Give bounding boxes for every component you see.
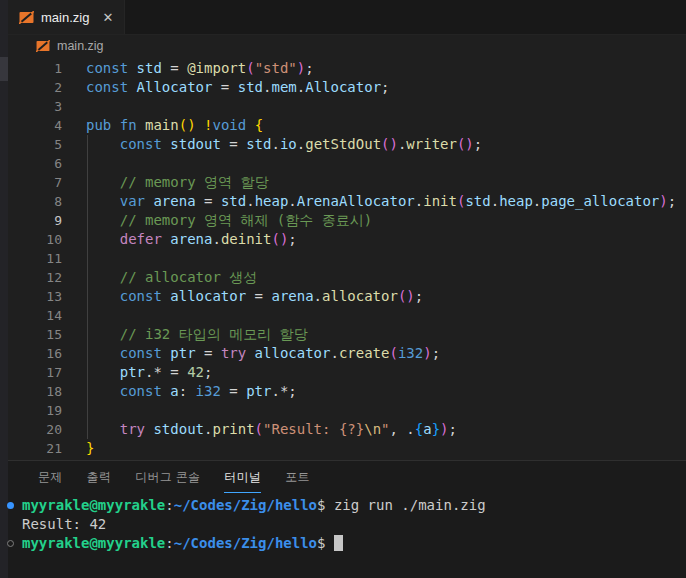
code-line[interactable]: 20 try stdout.print("Result: {?}\n", .{a…	[8, 420, 686, 439]
code-text: defer arena.deinit();	[86, 230, 686, 249]
line-number: 22	[8, 458, 62, 460]
code-line[interactable]: 8 var arena = std.heap.ArenaAllocator.in…	[8, 192, 686, 211]
code-text: // i32 타입의 메모리 할당	[86, 325, 686, 344]
line-number: 20	[8, 420, 62, 439]
zig-file-icon	[19, 11, 34, 24]
code-text: var arena = std.heap.ArenaAllocator.init…	[86, 192, 686, 211]
code-line[interactable]: 3	[8, 97, 686, 116]
line-number: 18	[8, 382, 62, 401]
line-number: 1	[8, 59, 62, 78]
code-text: const ptr = try allocator.create(i32);	[86, 344, 686, 363]
code-text: const allocator = arena.allocator();	[86, 287, 686, 306]
code-line[interactable]: 5 const stdout = std.io.getStdOut().writ…	[8, 135, 686, 154]
breadcrumb-label: main.zig	[57, 39, 104, 53]
code-line[interactable]: 14	[8, 306, 686, 325]
line-number: 12	[8, 268, 62, 287]
line-number: 17	[8, 363, 62, 382]
code-line[interactable]: 16 const ptr = try allocator.create(i32)…	[8, 344, 686, 363]
zig-file-icon	[36, 40, 51, 53]
code-text: const a: i32 = ptr.*;	[86, 382, 686, 401]
tab-main-zig[interactable]: main.zig ✕	[8, 0, 125, 34]
line-number: 3	[8, 97, 62, 116]
code-line[interactable]: 1const std = @import("std");	[8, 59, 686, 78]
panel-tab-terminal[interactable]: 터미널	[224, 461, 261, 493]
prompt-decoration-icon[interactable]	[7, 540, 14, 547]
code-line[interactable]: 7 // memory 영역 할당	[8, 173, 686, 192]
code-line[interactable]: 6	[8, 154, 686, 173]
line-number: 9	[8, 211, 62, 230]
code-line[interactable]: 12 // allocator 생성	[8, 268, 686, 287]
code-text	[86, 458, 686, 460]
code-text: const Allocator = std.mem.Allocator;	[86, 78, 686, 97]
code-line[interactable]: 4pub fn main() !void {	[8, 116, 686, 135]
code-text	[86, 154, 686, 173]
terminal-cursor	[334, 535, 343, 551]
code-line[interactable]: 13 const allocator = arena.allocator();	[8, 287, 686, 306]
code-line[interactable]: 17 ptr.* = 42;	[8, 363, 686, 382]
line-number: 13	[8, 287, 62, 306]
editor-tab-bar: main.zig ✕	[8, 0, 686, 35]
line-number: 10	[8, 230, 62, 249]
main-area: main.zig ✕ main.zig 1const std = @import…	[8, 0, 686, 578]
line-number: 19	[8, 401, 62, 420]
panel-tab-bar: 문제 출력 디버그 콘솔 터미널 포트	[8, 461, 686, 493]
code-text: const stdout = std.io.getStdOut().writer…	[86, 135, 686, 154]
code-line[interactable]: 15 // i32 타입의 메모리 할당	[8, 325, 686, 344]
code-text: // memory 영역 할당	[86, 173, 686, 192]
panel-tab-debug-console[interactable]: 디버그 콘솔	[135, 461, 200, 493]
command-decoration-icon[interactable]	[7, 502, 14, 509]
code-line[interactable]: 18 const a: i32 = ptr.*;	[8, 382, 686, 401]
code-text: // memory 영역 해제 (함수 종료시)	[86, 211, 686, 230]
line-number: 15	[8, 325, 62, 344]
code-text	[86, 401, 686, 420]
line-number: 11	[8, 249, 62, 268]
terminal-line: Result: 42	[8, 515, 686, 534]
code-text: const std = @import("std");	[86, 59, 686, 78]
panel-tab-output[interactable]: 출력	[87, 461, 112, 493]
line-number: 21	[8, 439, 62, 458]
terminal[interactable]: myyrakle@myyrakle:~/Codes/Zig/hello$ zig…	[8, 493, 686, 553]
terminal-line: myyrakle@myyrakle:~/Codes/Zig/hello$ zig…	[8, 496, 686, 515]
line-number: 14	[8, 306, 62, 325]
code-text: ptr.* = 42;	[86, 363, 686, 382]
code-text: }	[86, 439, 686, 458]
bottom-panel: 문제 출력 디버그 콘솔 터미널 포트 myyrakle@myyrakle:~/…	[8, 460, 686, 578]
vscode-window: main.zig ✕ main.zig 1const std = @import…	[0, 0, 686, 578]
line-number: 16	[8, 344, 62, 363]
tab-label: main.zig	[41, 10, 89, 25]
left-strip-thumb	[0, 57, 8, 81]
code-line[interactable]: 2const Allocator = std.mem.Allocator;	[8, 78, 686, 97]
code-text	[86, 306, 686, 325]
code-line[interactable]: 19	[8, 401, 686, 420]
line-number: 2	[8, 78, 62, 97]
line-number: 5	[8, 135, 62, 154]
line-number: 6	[8, 154, 62, 173]
left-edge-strip	[0, 0, 8, 578]
code-line[interactable]: 9 // memory 영역 해제 (함수 종료시)	[8, 211, 686, 230]
line-number: 7	[8, 173, 62, 192]
code-text	[86, 97, 686, 116]
code-text: try stdout.print("Result: {?}\n", .{a});	[86, 420, 686, 439]
code-editor[interactable]: 1const std = @import("std");2const Alloc…	[8, 57, 686, 460]
line-number: 4	[8, 116, 62, 135]
code-line[interactable]: 10 defer arena.deinit();	[8, 230, 686, 249]
code-text: // allocator 생성	[86, 268, 686, 287]
panel-tab-problems[interactable]: 문제	[38, 461, 63, 493]
code-line[interactable]: 22	[8, 458, 686, 460]
breadcrumb[interactable]: main.zig	[8, 35, 686, 57]
code-text	[86, 249, 686, 268]
terminal-line: myyrakle@myyrakle:~/Codes/Zig/hello$	[8, 534, 686, 553]
panel-tab-ports[interactable]: 포트	[285, 461, 310, 493]
code-line[interactable]: 11	[8, 249, 686, 268]
line-number: 8	[8, 192, 62, 211]
code-line[interactable]: 21}	[8, 439, 686, 458]
code-text: pub fn main() !void {	[86, 116, 686, 135]
close-icon[interactable]: ✕	[102, 11, 113, 24]
